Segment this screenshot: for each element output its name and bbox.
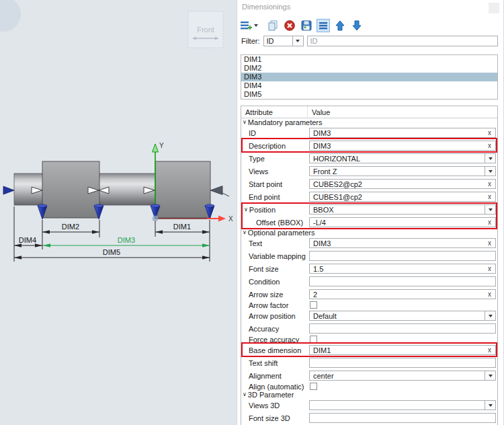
condition-field[interactable]	[309, 276, 496, 286]
clear-button[interactable]: x	[488, 141, 491, 150]
add-dropdown-caret-icon[interactable]	[254, 24, 258, 27]
attr-label: ID	[249, 129, 256, 137]
end-point-field[interactable]: CUBES1@cp2 x	[309, 192, 496, 202]
row-arrow-size: Arrow size 2 x	[241, 288, 497, 301]
delete-icon	[284, 20, 295, 31]
filter-query-input[interactable]	[307, 36, 499, 46]
row-text: Text DIM3 x	[241, 237, 497, 249]
row-alignment: Alignment center	[241, 369, 497, 382]
y-axis-label: Y	[159, 142, 164, 149]
dim4-label[interactable]: DIM4	[19, 236, 36, 244]
dim5-label[interactable]: DIM5	[103, 248, 120, 256]
arrow-factor-checkbox[interactable]	[310, 301, 317, 309]
move-down-button[interactable]	[350, 19, 364, 32]
position-select[interactable]: BBOX	[309, 204, 496, 215]
chevron-down-icon	[489, 404, 493, 407]
move-up-button[interactable]	[333, 19, 347, 32]
attr-label: Accuracy	[249, 325, 279, 333]
dropdown-button[interactable]	[485, 401, 495, 410]
font-size-field[interactable]: 1.5 x	[309, 264, 496, 274]
row-base-dimension: Base dimension DIM1 x	[241, 344, 497, 356]
clear-button[interactable]: x	[488, 218, 491, 227]
dropdown-button[interactable]	[485, 205, 495, 214]
font-size-3d-field[interactable]	[309, 413, 496, 423]
filter-field-select[interactable]: ID	[263, 36, 304, 46]
type-select[interactable]: HORIZONTAL	[309, 153, 496, 163]
views-select[interactable]: Front Z	[309, 166, 496, 176]
property-grid: Attribute Value ∨ Mandatory parameters I…	[241, 106, 498, 425]
start-point-field[interactable]: CUBES2@cp2 x	[309, 179, 496, 189]
attr-label: Position	[249, 206, 276, 214]
arrow-up-icon	[335, 20, 345, 31]
group-3d-parameter[interactable]: ∨ 3D Parameter	[241, 391, 497, 399]
clear-button[interactable]: x	[488, 346, 491, 354]
row-position: ∨ Position BBOX	[241, 203, 497, 216]
text-shift-field[interactable]	[309, 358, 496, 368]
clear-button[interactable]: x	[488, 192, 491, 201]
dim2-label[interactable]: DIM2	[62, 223, 79, 231]
arrow-position-select[interactable]: Default	[309, 311, 496, 321]
list-view-icon	[319, 22, 328, 30]
save-button[interactable]	[300, 19, 313, 32]
panel-title: Dimensionings	[242, 3, 290, 11]
3d-viewport[interactable]: Front Y	[0, 0, 237, 425]
group-optional-parameters[interactable]: ∨ Optional parameters	[241, 229, 497, 237]
force-accuracy-checkbox[interactable]	[310, 336, 317, 343]
accuracy-field[interactable]	[309, 323, 496, 334]
value-column-header: Value	[307, 106, 497, 118]
align-automatic-checkbox[interactable]	[310, 383, 317, 390]
copy-button[interactable]	[266, 19, 280, 32]
filter-field-value: ID	[264, 37, 292, 45]
row-end-point: End point CUBES1@cp2 x	[241, 190, 497, 203]
dim1-label[interactable]: DIM1	[173, 223, 191, 231]
application-window: Front Y	[0, 0, 504, 425]
panel-ghost-button[interactable]	[489, 3, 499, 13]
list-item[interactable]: DIM5	[241, 90, 497, 99]
list-view-button[interactable]	[317, 19, 330, 32]
alignment-select[interactable]: center	[309, 371, 496, 381]
delete-button[interactable]	[283, 19, 296, 32]
group-mandatory-parameters[interactable]: ∨ Mandatory parameters	[241, 118, 497, 126]
attr-label: Variable mapping	[249, 252, 306, 260]
front-view-widget[interactable]: Front	[188, 11, 223, 48]
row-text-shift: Text shift	[241, 356, 497, 369]
clear-button[interactable]: x	[488, 128, 491, 137]
row-accuracy: Accuracy	[241, 322, 497, 335]
offset-bbox-field[interactable]: -L/4 x	[309, 217, 496, 227]
dimensionings-panel: Dimensionings	[237, 0, 504, 425]
dropdown-button[interactable]	[485, 167, 495, 176]
clear-button[interactable]: x	[488, 239, 491, 247]
filter-field-dropdown-button[interactable]	[292, 36, 303, 46]
dropdown-button[interactable]	[485, 311, 495, 320]
clear-button[interactable]: x	[488, 180, 491, 188]
text-field[interactable]: DIM3 x	[309, 238, 496, 248]
arrow-size-field[interactable]: 2 x	[309, 289, 496, 299]
block-right[interactable]	[155, 161, 210, 218]
dropdown-button[interactable]	[485, 371, 495, 380]
row-description: Description DIM3 x	[241, 139, 497, 152]
dim3-label[interactable]: DIM3	[118, 236, 135, 244]
list-item[interactable]: DIM1	[241, 55, 497, 64]
field-value: Default	[313, 312, 495, 320]
description-field[interactable]: DIM3 x	[309, 141, 496, 151]
variable-mapping-field[interactable]	[309, 251, 496, 261]
id-field[interactable]: DIM3 x	[309, 128, 496, 138]
views-3d-select[interactable]	[309, 400, 496, 410]
clear-button[interactable]: x	[488, 290, 491, 299]
attr-label: Description	[249, 142, 286, 150]
add-dimensioning-button[interactable]	[240, 19, 259, 32]
chevron-down-icon: ∨	[243, 120, 247, 125]
clear-button[interactable]: x	[488, 264, 491, 273]
list-item-selected[interactable]: DIM3	[241, 73, 497, 81]
list-item[interactable]: DIM2	[241, 64, 497, 73]
chevron-down-icon	[489, 157, 493, 160]
chevron-down-icon[interactable]: ∨	[244, 207, 248, 212]
group-label: 3D Parameter	[248, 391, 294, 399]
row-views-3d: Views 3D	[241, 399, 497, 412]
dropdown-button[interactable]	[485, 154, 495, 163]
list-item[interactable]: DIM4	[241, 81, 497, 90]
base-dimension-field[interactable]: DIM1 x	[309, 345, 496, 355]
field-value: CUBES2@cp2	[313, 180, 495, 188]
attr-label: Text	[249, 239, 262, 247]
field-value: BBOX	[313, 206, 495, 214]
